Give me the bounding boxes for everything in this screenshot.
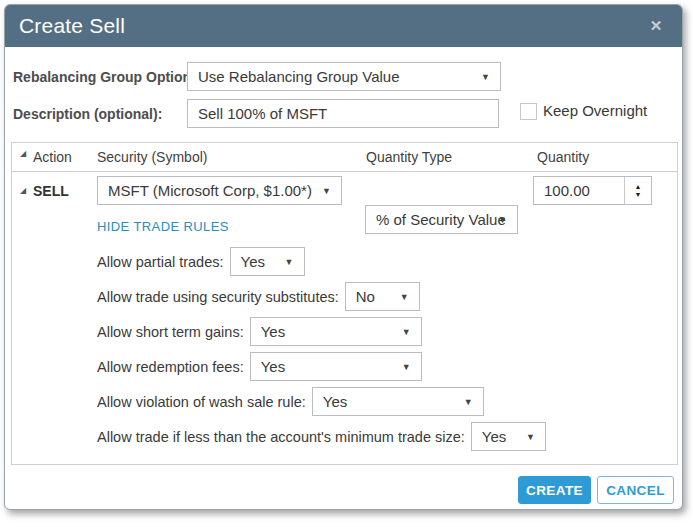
caret-down-icon: ▼ [402,362,411,372]
rule-value: Yes [323,393,347,410]
caret-down-icon: ▼ [285,257,294,267]
rule-label: Allow partial trades: [97,254,224,270]
cancel-button[interactable]: CANCEL [597,476,674,504]
rule-label: Allow trade using security substitutes: [97,289,339,305]
quantity-type-select[interactable]: % of Security Value ▼ [365,205,518,234]
wash-sale-select[interactable]: Yes ▼ [312,387,484,416]
security-select[interactable]: MSFT (Microsoft Corp, $1.00*) ▼ [97,176,342,205]
rule-row-redemption-fees: Allow redemption fees: Yes ▼ [97,352,667,381]
create-button[interactable]: CREATE [518,476,591,504]
spinner-down-icon[interactable]: ▼ [635,191,642,199]
description-value: Sell 100% of MSFT [198,105,327,122]
spinner-up-icon[interactable]: ▲ [635,183,642,191]
rebalancing-group-option-select[interactable]: Use Rebalancing Group Value ▼ [187,62,501,91]
rule-row-partial-trades: Allow partial trades: Yes ▼ [97,247,667,276]
caret-down-icon: ▼ [400,292,409,302]
rule-value: Yes [482,428,506,445]
rule-value: No [356,288,375,305]
rule-row-wash-sale: Allow violation of wash sale rule: Yes ▼ [97,387,667,416]
rule-label: Allow short term gains: [97,324,244,340]
trade-rules-section: Allow partial trades: Yes ▼ Allow trade … [97,247,667,457]
header-action: Action [33,149,72,165]
keep-overnight-checkbox[interactable] [520,103,537,120]
caret-down-icon: ▼ [481,72,490,82]
dialog-titlebar: Create Sell ✕ [5,5,682,47]
caret-down-icon: ▼ [402,327,411,337]
caret-down-icon: ▼ [322,186,331,196]
collapse-triangle-icon[interactable]: ◢ [20,149,26,158]
rule-label: Allow trade if less than the account's m… [97,429,465,445]
row-collapse-triangle-icon[interactable]: ◢ [20,186,26,195]
keep-overnight-label[interactable]: Keep Overnight [543,102,647,119]
quantity-type-value: % of Security Value [376,211,506,228]
header-quantity: Quantity [537,149,589,165]
quantity-input[interactable]: 100.00 ▲ ▼ [533,176,652,205]
rule-value: Yes [261,323,285,340]
security-substitutes-select[interactable]: No ▼ [345,282,420,311]
hide-trade-rules-link[interactable]: HIDE TRADE RULES [97,219,229,234]
quantity-value: 100.00 [534,182,624,199]
close-icon[interactable]: ✕ [644,5,668,47]
short-term-gains-select[interactable]: Yes ▼ [250,317,422,346]
description-label: Description (optional): [13,106,162,122]
rebalancing-group-option-value: Use Rebalancing Group Value [198,68,400,85]
rule-label: Allow redemption fees: [97,359,244,375]
caret-down-icon: ▼ [464,397,473,407]
rule-value: Yes [261,358,285,375]
create-sell-dialog: Create Sell ✕ Rebalancing Group Option: … [4,4,683,510]
caret-down-icon: ▼ [526,432,535,442]
rebalancing-group-option-label: Rebalancing Group Option: [13,69,196,85]
partial-trades-select[interactable]: Yes ▼ [230,247,305,276]
orders-grid: ◢ Action Security (Symbol) Quantity Type… [11,142,678,465]
grid-header-row: ◢ Action Security (Symbol) Quantity Type… [12,143,677,172]
rule-row-minimum-trade-size: Allow trade if less than the account's m… [97,422,667,451]
dialog-title: Create Sell [5,14,125,38]
quantity-stepper[interactable]: ▲ ▼ [624,177,651,204]
sell-order-row: ◢ SELL MSFT (Microsoft Corp, $1.00*) ▼ %… [12,172,677,210]
header-security: Security (Symbol) [97,149,207,165]
rule-row-short-term-gains: Allow short term gains: Yes ▼ [97,317,667,346]
minimum-trade-size-select[interactable]: Yes ▼ [471,422,546,451]
header-quantity-type: Quantity Type [366,149,452,165]
security-value: MSFT (Microsoft Corp, $1.00*) [108,182,312,199]
rule-row-security-substitutes: Allow trade using security substitutes: … [97,282,667,311]
action-cell: SELL [33,183,69,199]
description-input[interactable]: Sell 100% of MSFT [187,99,499,128]
caret-down-icon: ▼ [498,215,507,225]
rule-label: Allow violation of wash sale rule: [97,394,306,410]
rule-value: Yes [241,253,265,270]
redemption-fees-select[interactable]: Yes ▼ [250,352,422,381]
